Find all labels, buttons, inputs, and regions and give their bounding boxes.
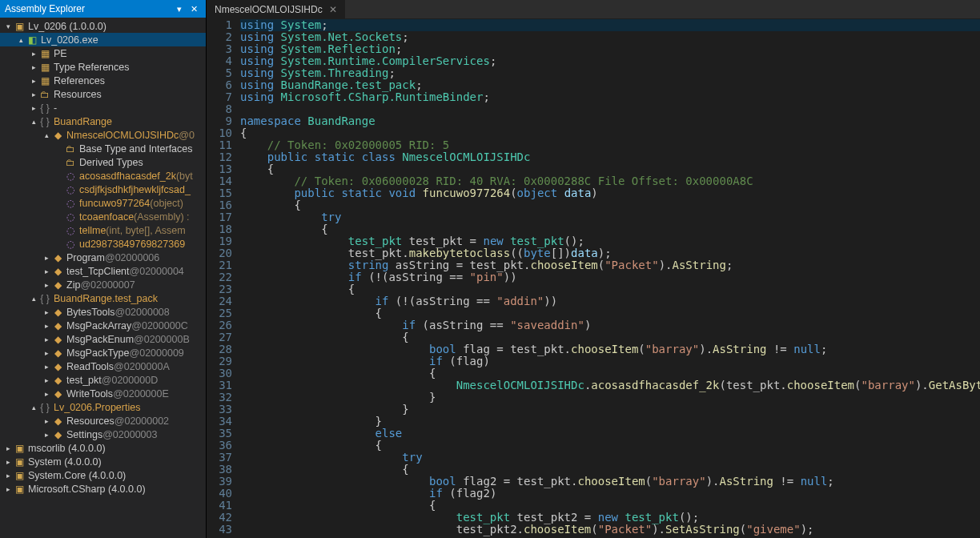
tree-node[interactable]: 🗀Base Type and Interfaces bbox=[0, 142, 206, 155]
twisty-icon[interactable]: ▸ bbox=[29, 63, 38, 71]
tree-node[interactable]: ▴{ }BuandRange bbox=[0, 114, 206, 128]
code-line[interactable]: // Token: 0x02000005 RID: 5 bbox=[240, 139, 980, 151]
code-line[interactable]: NmescelOCMLOIJSIHDc.acosasdfhacasdef_2k(… bbox=[240, 379, 980, 391]
twisty-icon[interactable]: ▸ bbox=[29, 77, 38, 85]
tree-node[interactable]: ▸◆MsgPackArray @0200000C bbox=[0, 319, 206, 332]
tree-node[interactable]: ▸◆Zip @02000007 bbox=[0, 278, 206, 291]
tree-node[interactable]: ▸◆Program @02000006 bbox=[0, 251, 206, 264]
twisty-icon[interactable]: ▸ bbox=[3, 485, 13, 493]
twisty-icon[interactable]: ▴ bbox=[42, 131, 51, 139]
code-line[interactable]: { bbox=[240, 307, 980, 319]
code-line[interactable]: if (asString == "saveaddin") bbox=[240, 319, 980, 331]
twisty-icon[interactable]: ▸ bbox=[42, 322, 51, 330]
twisty-icon[interactable]: ▸ bbox=[42, 267, 51, 275]
tree-node[interactable]: ▸◆ReadTools @0200000A bbox=[0, 359, 206, 373]
twisty-icon[interactable]: ▸ bbox=[3, 458, 13, 466]
code-line[interactable]: if (!(asString == "pin")) bbox=[240, 271, 980, 283]
tree-node[interactable]: ▸{ }- bbox=[0, 101, 206, 114]
twisty-icon[interactable]: ▸ bbox=[42, 281, 51, 289]
close-icon[interactable]: ✕ bbox=[187, 2, 201, 16]
code-line[interactable]: } bbox=[240, 416, 980, 428]
code-line[interactable]: test_pkt.makebytetoclass((byte[])data); bbox=[240, 247, 980, 259]
code-line[interactable]: test_pkt test_pkt2 = new test_pkt(); bbox=[240, 512, 980, 524]
code-line[interactable]: { bbox=[240, 367, 980, 379]
tree-node[interactable]: ▴{ }BuandRange.test_pack bbox=[0, 291, 206, 305]
code-line[interactable]: { bbox=[240, 223, 980, 235]
code-line[interactable]: { bbox=[240, 127, 980, 139]
tree-node[interactable]: ◌tcoaenfoace(Assembly) : bbox=[0, 210, 206, 223]
tree-node[interactable]: ◌csdjfkjsdhkfjhewkljfcsad_ bbox=[0, 183, 206, 196]
code-line[interactable]: using System.Runtime.CompilerServices; bbox=[240, 55, 980, 67]
code-line[interactable]: else bbox=[240, 428, 980, 440]
pin-icon[interactable]: ▾ bbox=[172, 2, 187, 16]
code-line[interactable]: try bbox=[240, 211, 980, 223]
tree-node[interactable]: ▾▣Lv_0206 (1.0.0.0) bbox=[0, 19, 206, 33]
tree-node[interactable]: ▸◆MsgPackType @02000009 bbox=[0, 346, 206, 359]
code-line[interactable]: } bbox=[240, 391, 980, 404]
code-line[interactable]: public static void funcuwo977264(object … bbox=[240, 187, 980, 199]
editor-tab[interactable]: NmescelOCMLOIJSIHDc ✕ bbox=[207, 0, 346, 18]
code-line[interactable]: if (flag) bbox=[240, 355, 980, 367]
tree-node[interactable]: ▸▣System (4.0.0.0) bbox=[0, 455, 206, 468]
tab-close-icon[interactable]: ✕ bbox=[329, 4, 337, 15]
twisty-icon[interactable]: ▴ bbox=[16, 36, 26, 44]
code-line[interactable]: using System.Threading; bbox=[240, 67, 980, 79]
code-line[interactable]: using BuandRange.test_pack; bbox=[240, 79, 980, 91]
code-line[interactable]: if (!(asString == "addin")) bbox=[240, 295, 980, 307]
code-line[interactable] bbox=[240, 103, 980, 115]
code-line[interactable]: test_pkt test_pkt = new test_pkt(); bbox=[240, 235, 980, 247]
tree-node[interactable]: ▴◆NmescelOCMLOIJSIHDc @0 bbox=[0, 128, 206, 142]
code-line[interactable]: namespace BuandRange bbox=[240, 115, 980, 127]
code-line[interactable]: { bbox=[240, 440, 980, 452]
code-line[interactable]: public static class NmescelOCMLOIJSIHDc bbox=[240, 151, 980, 163]
code-line[interactable]: using Microsoft.CSharp.RuntimeBinder; bbox=[240, 91, 980, 103]
twisty-icon[interactable]: ▸ bbox=[42, 431, 51, 439]
tree-node[interactable]: ▸▣Microsoft.CSharp (4.0.0.0) bbox=[0, 482, 206, 496]
twisty-icon[interactable]: ▴ bbox=[29, 118, 38, 126]
tree-node[interactable]: ◌funcuwo977264(object) bbox=[0, 196, 206, 210]
tree-node[interactable]: ▸◆test_pkt @0200000D bbox=[0, 373, 206, 387]
twisty-icon[interactable]: ▸ bbox=[42, 335, 51, 343]
twisty-icon[interactable]: ▸ bbox=[42, 254, 51, 262]
code-line[interactable]: { bbox=[240, 500, 980, 512]
code-line[interactable]: bool flag2 = test_pkt.chooseItem("barray… bbox=[240, 476, 980, 488]
twisty-icon[interactable]: ▸ bbox=[3, 444, 13, 452]
tree-node[interactable]: ▸◆test_TcpClient @02000004 bbox=[0, 264, 206, 278]
tree-node[interactable]: ▸🗀Resources bbox=[0, 87, 206, 101]
tree-node[interactable]: ◌tellme(int, byte[], Assem bbox=[0, 223, 206, 237]
code-line[interactable]: using System; bbox=[240, 19, 980, 31]
code-line[interactable]: if (flag2) bbox=[240, 488, 980, 500]
twisty-icon[interactable]: ▸ bbox=[42, 390, 51, 398]
twisty-icon[interactable]: ▸ bbox=[42, 363, 51, 371]
tree-node[interactable]: ▸◆Settings @02000003 bbox=[0, 428, 206, 441]
twisty-icon[interactable]: ▸ bbox=[42, 376, 51, 384]
code-line[interactable]: { bbox=[240, 464, 980, 476]
twisty-icon[interactable]: ▴ bbox=[29, 404, 38, 412]
twisty-icon[interactable]: ▸ bbox=[29, 90, 38, 98]
tree-node[interactable]: ▸▦Type References bbox=[0, 60, 206, 74]
twisty-icon[interactable]: ▸ bbox=[3, 472, 13, 480]
code-line[interactable]: string asString = test_pkt.chooseItem("P… bbox=[240, 259, 980, 271]
twisty-icon[interactable]: ▸ bbox=[42, 308, 51, 316]
tree-node[interactable]: ▸▦References bbox=[0, 74, 206, 87]
code-line[interactable]: { bbox=[240, 163, 980, 175]
code-line[interactable]: using System.Reflection; bbox=[240, 43, 980, 55]
code-line[interactable]: try bbox=[240, 452, 980, 464]
twisty-icon[interactable]: ▸ bbox=[42, 349, 51, 357]
twisty-icon[interactable]: ▾ bbox=[3, 22, 13, 30]
twisty-icon[interactable]: ▸ bbox=[29, 104, 38, 112]
twisty-icon[interactable]: ▸ bbox=[42, 417, 51, 425]
code-line[interactable]: // Token: 0x06000028 RID: 40 RVA: 0x0000… bbox=[240, 175, 980, 187]
tree-node[interactable]: ▴◧Lv_0206.exe bbox=[0, 33, 206, 46]
assembly-tree[interactable]: ▾▣Lv_0206 (1.0.0.0)▴◧Lv_0206.exe▸▦PE▸▦Ty… bbox=[0, 18, 206, 538]
code-line[interactable]: test_pkt2.chooseItem("Packet").SetAsStri… bbox=[240, 524, 980, 536]
tree-node[interactable]: ▸◆Resources @02000002 bbox=[0, 414, 206, 428]
code-line[interactable]: bool flag = test_pkt.chooseItem("barray"… bbox=[240, 343, 980, 355]
tree-node[interactable]: ▸▣mscorlib (4.0.0.0) bbox=[0, 441, 206, 455]
code-line[interactable]: { bbox=[240, 283, 980, 295]
tree-node[interactable]: ◌ud29873849769827369 bbox=[0, 237, 206, 251]
tree-node[interactable]: 🗀Derived Types bbox=[0, 155, 206, 169]
code-line[interactable]: } bbox=[240, 404, 980, 416]
code-line[interactable]: using System.Net.Sockets; bbox=[240, 31, 980, 43]
tree-node[interactable]: ▸▦PE bbox=[0, 46, 206, 60]
